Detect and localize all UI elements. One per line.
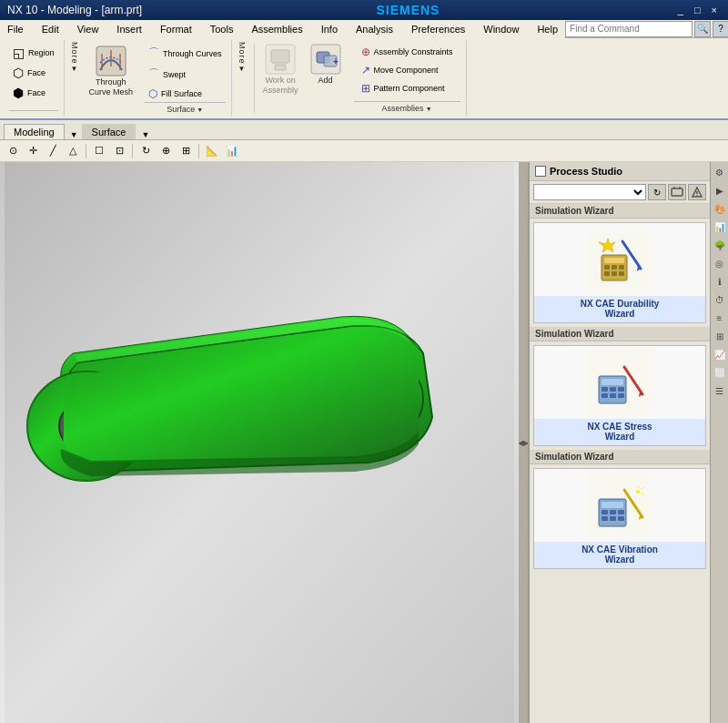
tab-surface[interactable]: Surface [82,124,136,139]
face2-button[interactable]: ⬢ Face [9,84,58,102]
wizard-card-vibration[interactable]: NX CAE VibrationWizard [533,468,706,569]
window-controls[interactable]: _ □ × [674,5,721,15]
through-curve-mesh-button[interactable]: ThroughCurve Mesh [85,42,138,117]
surface-tab-dropdown[interactable]: ▼ [137,130,153,139]
toolbar-view[interactable]: ⊡ [110,142,128,160]
find-command-input[interactable] [565,21,693,37]
menu-view[interactable]: View [74,24,103,35]
sidebar-palette-icon[interactable]: 🎨 [712,200,728,217]
sidebar-info-icon[interactable]: ℹ [712,273,728,290]
wizard-section-3: Simulation Wizard [530,450,710,464]
face-button[interactable]: ⬡ Face [9,64,58,82]
viewport-3d[interactable] [0,162,519,723]
through-curves-button[interactable]: ⌒ Through Curves [145,44,226,63]
panel-checkbox[interactable] [535,166,546,177]
swept-button[interactable]: ⌒ Swept [145,65,226,84]
panel-dropdown-row: ↻ [530,181,710,204]
tab-row: Modeling ▼ Surface ▼ [0,120,728,140]
wizard-section-2: Simulation Wizard [530,327,710,341]
add-label: Add [318,76,333,86]
toolbar-sketch[interactable]: △ [64,142,82,160]
svg-rect-6 [275,65,286,70]
region-group-label [9,110,58,113]
surface-dropdown-arrow[interactable]: ▼ [197,107,203,113]
sidebar-settings-icon[interactable]: ⚙ [712,164,728,180]
toolbar-pan[interactable]: ☐ [90,142,108,160]
sidebar-play-icon[interactable]: ▶ [712,182,728,199]
assemblies-dropdown-arrow[interactable]: ▼ [426,106,432,112]
toolbar-rotate[interactable]: ↻ [136,142,155,160]
move-component-button[interactable]: ↗ Move Component [358,62,457,78]
search-help-button[interactable]: ? [713,21,728,37]
panel-header: Process Studio [530,162,710,181]
menu-insert[interactable]: Insert [113,24,146,35]
menu-format[interactable]: Format [157,24,196,35]
wizard-card-durability[interactable]: NX CAE DurabilityWizard [533,222,706,323]
assembly-buttons: ⊕ Assembly Constraints ↗ Move Component … [358,44,457,97]
app-title: NX 10 - Modeling - [arm.prt] [7,4,142,16]
work-on-assembly-button[interactable]: Work onAssembly [258,40,303,117]
sidebar-graph-icon[interactable]: 📈 [712,346,728,362]
toolbar-analysis[interactable]: 📊 [223,142,241,160]
menu-window[interactable]: Window [480,24,522,35]
surface-group-label: Surface ▼ [145,102,226,114]
sidebar-menu-icon[interactable]: ☰ [712,382,728,399]
sidebar-table-icon[interactable]: ⊞ [712,328,728,344]
sidebar-lines-icon[interactable]: ≡ [712,310,728,326]
more-button-1[interactable]: More ▼ [66,40,83,117]
toolbar-select[interactable]: ⊙ [4,142,22,160]
add-button[interactable]: + Add [305,40,347,117]
pattern-component-button[interactable]: ⊞ Pattern Component [358,80,457,97]
toolbar-zoom[interactable]: ⊕ [157,142,175,160]
svg-rect-37 [602,379,623,385]
panel-container: ◀▶ Process Studio ↻ [519,162,728,723]
sidebar-box-icon[interactable]: ⬜ [712,364,728,381]
search-button[interactable]: 🔍 [694,21,711,37]
ribbon: ◱ Region ⬡ Face ⬢ Face More ▼ [0,38,728,120]
sidebar-clock-icon[interactable]: ⏱ [712,291,728,308]
toolbar-line[interactable]: ╱ [44,142,62,160]
panel-icon-btn-1[interactable] [668,184,686,200]
panel-icon-btn-2[interactable] [688,184,706,200]
tab-modeling[interactable]: Modeling [4,124,65,139]
sidebar-circle-icon[interactable]: ◎ [712,255,728,271]
panel-collapse-handle[interactable]: ◀▶ [519,162,528,723]
menu-analysis[interactable]: Analysis [352,24,397,35]
panel-refresh-button[interactable]: ↻ [648,184,666,200]
close-button[interactable]: × [708,5,721,15]
toolbar-sep-2 [132,144,133,158]
sidebar-chart-icon[interactable]: 📊 [712,219,728,235]
menu-help[interactable]: Help [533,24,561,35]
brand-logo: SIEMENS [376,3,440,17]
right-sidebar: ⚙ ▶ 🎨 📊 🌳 ◎ ℹ ⏱ ≡ ⊞ 📈 ⬜ ☰ [710,162,728,723]
sidebar-tree-icon[interactable]: 🌳 [712,237,728,253]
menu-edit[interactable]: Edit [38,24,63,35]
menu-info[interactable]: Info [318,24,341,35]
panel-icon-2 [691,186,703,199]
svg-rect-28 [612,265,617,270]
wizard-image-stress [534,346,705,419]
minimize-button[interactable]: _ [674,5,687,15]
toolbar-fit[interactable]: ⊞ [177,142,195,160]
region-button[interactable]: ◱ Region [9,44,58,62]
viewport-svg [0,162,519,723]
menu-assemblies[interactable]: Assemblies [248,24,306,35]
through-curve-mesh-icon [95,45,127,77]
menu-bar: File Edit View Insert Format Tools Assem… [0,20,565,38]
wizard-card-stress[interactable]: NX CAE StressWizard [533,345,706,446]
wizard-image-vibration [534,469,705,542]
restore-button[interactable]: □ [691,5,704,15]
menu-preferences[interactable]: Preferences [408,24,469,35]
panel-dropdown-select[interactable] [533,184,646,200]
modeling-tab-dropdown[interactable]: ▼ [66,130,82,139]
svg-rect-41 [602,393,608,398]
more-button-2[interactable]: More ▼ [234,40,250,117]
toolbar-measure[interactable]: 📐 [203,142,221,160]
fill-surface-button[interactable]: ⬡ Fill Surface [145,86,226,102]
toolbar-add[interactable]: ✛ [24,142,42,160]
menu-tools[interactable]: Tools [207,24,238,35]
assembly-constraints-button[interactable]: ⊕ Assembly Constraints [358,44,457,60]
svg-rect-38 [602,387,608,392]
svg-point-23 [696,195,697,196]
menu-file[interactable]: File [4,24,27,35]
